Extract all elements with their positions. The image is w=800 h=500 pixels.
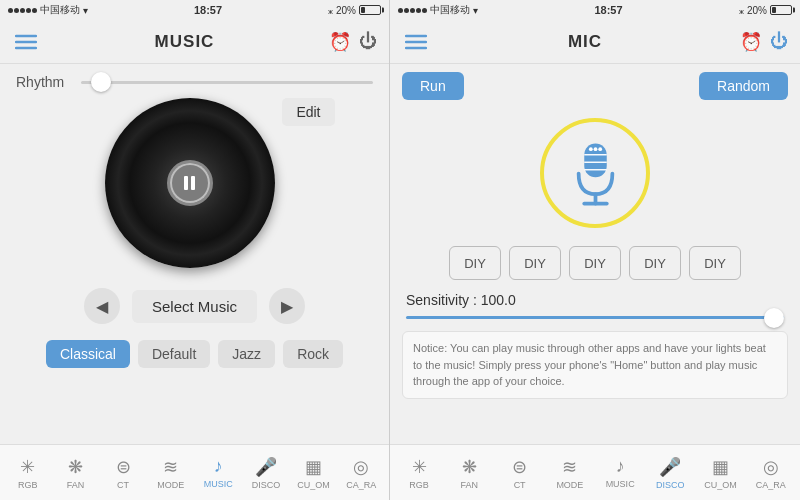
status-left-1: 中国移动 ▾: [8, 3, 88, 17]
music-icon-1: ♪: [214, 456, 223, 477]
tab-item-rgb-2[interactable]: ✳ RGB: [394, 456, 444, 490]
mic-svg: [558, 136, 633, 211]
sensitivity-track[interactable]: [406, 316, 784, 319]
diy-button-5[interactable]: DIY: [689, 246, 741, 280]
alarm-icon-2[interactable]: ⏰: [740, 31, 762, 53]
status-right-1: ⁎ 20%: [328, 5, 381, 16]
mic-circle: [540, 118, 650, 228]
disco-label-1: DISCO: [252, 480, 281, 490]
ct-label-2: CT: [514, 480, 526, 490]
notice-box: Notice: You can play music through other…: [402, 331, 788, 399]
diy-button-3[interactable]: DIY: [569, 246, 621, 280]
content-area-1: Rhythm Edit ◀ Select Music ▶: [0, 64, 389, 444]
tab-item-cuom-1[interactable]: ▦ CU_OM: [290, 456, 338, 490]
disco-icon-1: 🎤: [255, 456, 277, 478]
svg-point-11: [593, 147, 597, 151]
rgb-icon-1: ✳: [20, 456, 35, 478]
ct-icon-1: ⊜: [116, 456, 131, 478]
prev-button[interactable]: ◀: [84, 288, 120, 324]
disco-label-2: DISCO: [656, 480, 685, 490]
cara-label-1: CA_RA: [346, 480, 376, 490]
tab-default[interactable]: Default: [138, 340, 210, 368]
random-button[interactable]: Random: [699, 72, 788, 100]
tab-item-fan-2[interactable]: ❋ FAN: [444, 456, 494, 490]
nav-bar-1: MUSIC ⏰ ⏻: [0, 20, 389, 64]
tab-item-ct-2[interactable]: ⊜ CT: [495, 456, 545, 490]
pause-bar-right: [191, 176, 195, 190]
sensitivity-thumb[interactable]: [764, 308, 784, 328]
signal-dots: [8, 8, 37, 13]
power-icon-2[interactable]: ⏻: [770, 31, 788, 52]
vinyl-record: [105, 98, 275, 268]
tab-item-cara-1[interactable]: ◎ CA_RA: [337, 456, 385, 490]
rhythm-slider[interactable]: [81, 81, 373, 84]
hamburger-icon[interactable]: [12, 28, 40, 56]
status-right-2: ⁎ 20%: [739, 5, 792, 16]
vinyl-player-area: Edit: [105, 98, 285, 278]
fan-label-2: FAN: [461, 480, 479, 490]
music-style-tabs: Classical Default Jazz Rock: [46, 340, 343, 368]
tab-item-disco-1[interactable]: 🎤 DISCO: [242, 456, 290, 490]
tab-item-cuom-2[interactable]: ▦ CU_OM: [696, 456, 746, 490]
cuom-icon-2: ▦: [712, 456, 729, 478]
tab-bar-1: ✳ RGB ❋ FAN ⊜ CT ≋ MODE ♪ MUSIC 🎤 DISCO …: [0, 444, 389, 500]
page-title-1: MUSIC: [155, 32, 215, 52]
carrier-2: 中国移动: [430, 3, 470, 17]
music-label-2: MUSIC: [606, 479, 635, 489]
bt-icon-2: ⁎: [739, 5, 744, 16]
tab-item-rgb-1[interactable]: ✳ RGB: [4, 456, 52, 490]
tab-rock[interactable]: Rock: [283, 340, 343, 368]
battery-text-2: 20%: [747, 5, 767, 16]
next-button[interactable]: ▶: [269, 288, 305, 324]
battery-fill-2: [772, 7, 776, 13]
run-button[interactable]: Run: [402, 72, 464, 100]
alarm-icon-1[interactable]: ⏰: [329, 31, 351, 53]
status-bar-1: 中国移动 ▾ 18:57 ⁎ 20%: [0, 0, 389, 20]
tab-item-cara-2[interactable]: ◎ CA_RA: [746, 456, 796, 490]
battery-fill-1: [361, 7, 365, 13]
carrier-1: 中国移动: [40, 3, 80, 17]
diy-button-2[interactable]: DIY: [509, 246, 561, 280]
mode-icon-1: ≋: [163, 456, 178, 478]
time-1: 18:57: [194, 4, 222, 16]
cara-label-2: CA_RA: [756, 480, 786, 490]
music-label-1: MUSIC: [204, 479, 233, 489]
cuom-label-2: CU_OM: [704, 480, 737, 490]
tab-item-fan-1[interactable]: ❋ FAN: [52, 456, 100, 490]
diy-button-1[interactable]: DIY: [449, 246, 501, 280]
sensitivity-label: Sensitivity : 100.0: [390, 288, 800, 312]
tab-item-disco-2[interactable]: 🎤 DISCO: [645, 456, 695, 490]
wifi-icon-2: ▾: [473, 5, 478, 16]
rgb-label-1: RGB: [18, 480, 38, 490]
tab-item-mode-1[interactable]: ≋ MODE: [147, 456, 195, 490]
tab-classical[interactable]: Classical: [46, 340, 130, 368]
tab-jazz[interactable]: Jazz: [218, 340, 275, 368]
tab-bar-2: ✳ RGB ❋ FAN ⊜ CT ≋ MODE ♪ MUSIC 🎤 DISCO …: [390, 444, 800, 500]
pause-button[interactable]: [170, 163, 210, 203]
pause-bar-left: [184, 176, 188, 190]
ct-label-1: CT: [117, 480, 129, 490]
mode-label-1: MODE: [157, 480, 184, 490]
diy-button-4[interactable]: DIY: [629, 246, 681, 280]
svg-point-10: [588, 147, 592, 151]
power-icon-1[interactable]: ⏻: [359, 31, 377, 52]
pause-icon: [184, 176, 196, 190]
rgb-label-2: RGB: [409, 480, 429, 490]
status-left-2: 中国移动 ▾: [398, 3, 478, 17]
tab-item-music-1[interactable]: ♪ MUSIC: [195, 456, 243, 489]
tab-item-music-2[interactable]: ♪ MUSIC: [595, 456, 645, 489]
svg-point-12: [598, 147, 602, 151]
nav-bar-2: MIC ⏰ ⏻: [390, 20, 800, 64]
mic-area: [390, 118, 800, 228]
tab-item-ct-1[interactable]: ⊜ CT: [99, 456, 147, 490]
sensitivity-slider-container[interactable]: [390, 312, 800, 323]
diy-row: DIY DIY DIY DIY DIY: [390, 246, 800, 280]
edit-button[interactable]: Edit: [282, 98, 334, 126]
bt-icon-1: ⁎: [328, 5, 333, 16]
rhythm-row: Rhythm: [16, 74, 373, 90]
select-music-button[interactable]: Select Music: [132, 290, 257, 323]
rhythm-thumb[interactable]: [91, 72, 111, 92]
tab-item-mode-2[interactable]: ≋ MODE: [545, 456, 595, 490]
hamburger-icon-2[interactable]: [402, 28, 430, 56]
status-bar-2: 中国移动 ▾ 18:57 ⁎ 20%: [390, 0, 800, 20]
